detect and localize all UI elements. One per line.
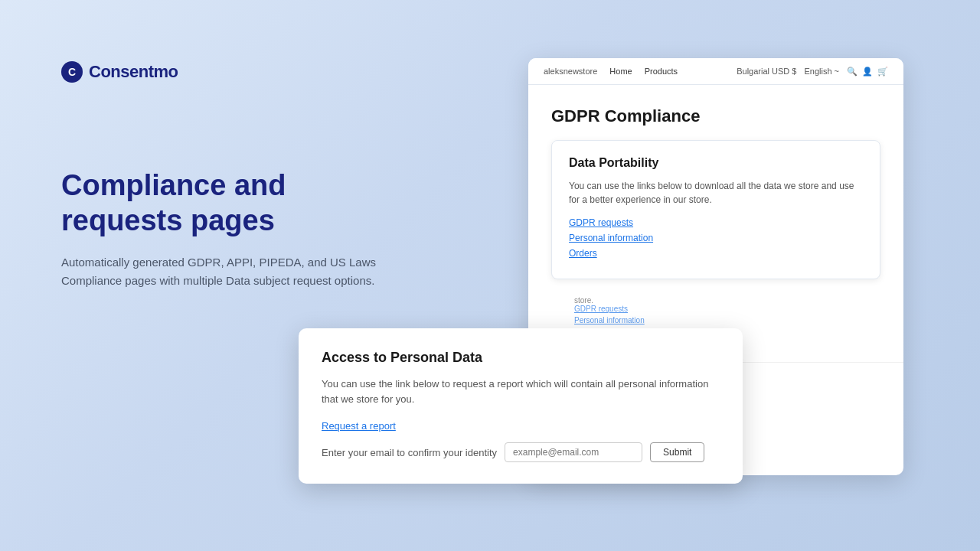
logo: C Consentmo (61, 61, 178, 83)
orders-link[interactable]: Orders (569, 248, 863, 259)
nav-link-home[interactable]: Home (609, 67, 632, 76)
logo-text: Consentmo (89, 62, 178, 82)
data-portability-title: Data Portability (569, 156, 863, 170)
nav-left: aleksnewstore Home Products (544, 67, 678, 76)
logo-icon: C (61, 61, 83, 83)
cart-icon[interactable]: 🛒 (877, 66, 888, 77)
email-label: Enter your email to confirm your identit… (322, 447, 497, 458)
nav-language[interactable]: English ~ (804, 67, 839, 76)
nav-right: Bulgarial USD $ English ~ 🔍 👤 🛒 (737, 66, 888, 77)
nav-icons: 🔍 👤 🛒 (847, 66, 888, 77)
submit-button[interactable]: Submit (650, 442, 704, 462)
hero-section: Compliance and requests pages Automatica… (61, 168, 383, 290)
email-input[interactable] (505, 442, 642, 462)
access-personal-data-card: Access to Personal Data You can use the … (299, 328, 743, 484)
email-row: Enter your email to confirm your identit… (322, 442, 720, 462)
main-heading: Compliance and requests pages (61, 168, 383, 238)
faded-gdpr-link: GDPR requests (574, 305, 858, 313)
gdpr-page: GDPR Compliance Data Portability You can… (528, 85, 903, 362)
hero-description: Automatically generated GDPR, APPI, PIPE… (61, 253, 383, 290)
data-portability-desc: You can use the links below to download … (569, 179, 863, 207)
personal-information-link[interactable]: Personal information (569, 233, 863, 243)
store-name: aleksnewstore (544, 67, 597, 76)
request-report-link[interactable]: Request a report (322, 420, 720, 432)
gdpr-page-title: GDPR Compliance (551, 106, 880, 126)
floating-card-desc: You can use the link below to request a … (322, 377, 720, 406)
faded-personal-link: Personal information (574, 316, 858, 324)
store-navbar: aleksnewstore Home Products Bulgarial US… (528, 58, 903, 85)
user-icon[interactable]: 👤 (862, 66, 873, 77)
data-portability-card: Data Portability You can use the links b… (551, 140, 880, 279)
floating-card-title: Access to Personal Data (322, 350, 720, 366)
search-icon[interactable]: 🔍 (847, 66, 858, 77)
nav-link-products[interactable]: Products (645, 67, 678, 76)
gdpr-requests-link[interactable]: GDPR requests (569, 217, 863, 228)
nav-region[interactable]: Bulgarial USD $ (737, 67, 796, 76)
faded-store-text: store. (574, 296, 593, 305)
